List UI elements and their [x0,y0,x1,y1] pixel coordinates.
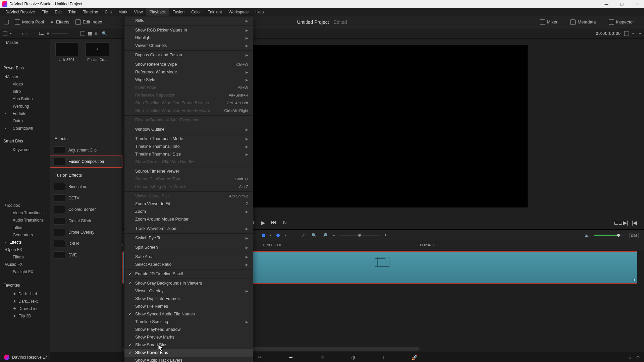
menu-item-show-file-names[interactable]: Show File Names [124,303,253,310]
effect-adjustment-clip[interactable]: Adjustment Clip [50,144,122,156]
master-bin[interactable]: Master [0,39,50,46]
favorite-item[interactable]: ★Dark...hird [0,290,50,298]
close-button[interactable]: ✕ [633,2,642,6]
menu-item-zoom-viewer-to-fit[interactable]: Zoom Viewer to FitZ [124,200,253,208]
effect-fusion-composition[interactable]: Fusion Composition [50,156,122,167]
clip-item[interactable]: black-3701... [54,42,80,129]
menu-item-show-duplicate-frames[interactable]: Show Duplicate Frames [124,295,253,303]
fairlight-node[interactable]: Fairlight FX [0,268,50,276]
mixer-button[interactable]: Mixer [540,19,558,25]
menu-item-viewer-overlay[interactable]: Viewer Overlay▶ [124,287,253,295]
menu-item-zoom-around-mouse-pointer[interactable]: Zoom Around Mouse Pointer [124,216,253,223]
bin-intro[interactable]: Intro [0,88,50,95]
home-icon[interactable]: ⌂ [629,355,631,360]
cut-page-icon[interactable]: ✂ [258,354,262,360]
menu-fairlight[interactable]: Fairlight [204,8,225,16]
menu-item-switch-eye-to[interactable]: Switch Eye To▶ [124,234,253,242]
bin-werbung[interactable]: Werbung [0,103,50,110]
menu-color[interactable]: Color [188,8,204,16]
menu-item-show-synced-audio-file-names[interactable]: Show Synced Audio File Names [124,310,253,318]
thumb-view-icon[interactable] [80,31,85,36]
settings-icon[interactable]: ⚙ [636,355,640,360]
loop-icon[interactable]: ↻ [281,220,287,226]
clip-add-icon[interactable]: +✦ [631,278,636,282]
mute-icon[interactable]: 🔈 [585,233,590,238]
chevron-down-icon[interactable]: ▾ [270,234,272,237]
go-out-icon[interactable]: |◀ [631,220,637,226]
toolbox-audio-transitions[interactable]: Audio Transitions [0,217,50,224]
effect-dve[interactable]: DVE [50,249,122,261]
menu-trim[interactable]: Trim [65,8,80,16]
bin-countdown[interactable]: Countdown [0,125,50,132]
effect-dslr[interactable]: DSLR [50,238,122,249]
menu-item-timeline-thumbnail-info[interactable]: Timeline Thumbnail Info▶ [124,143,253,150]
nav-fwd-icon[interactable]: › [26,31,27,36]
menu-item-show-smart-bins[interactable]: Show Smart Bins [124,341,253,349]
metadata-button[interactable]: Metadata [570,19,596,25]
favorite-item[interactable]: ★Flip 3D [0,312,50,320]
effect-colored-border[interactable]: Colored Border [50,204,122,215]
panel-toggle-icon[interactable] [4,20,9,24]
more-icon[interactable]: ⋯ [637,31,641,36]
maximize-button[interactable]: ▢ [617,2,627,6]
menu-clip[interactable]: Clip [101,8,115,16]
audiofx-node[interactable]: Audio FX [0,261,50,268]
toolbox-effects[interactable]: Effects [0,239,50,246]
filters-node[interactable]: Filters [0,253,50,261]
flag-color[interactable] [262,234,265,237]
bin-outro[interactable]: Outro [0,117,50,125]
menu-fusion[interactable]: Fusion [169,8,188,16]
keywords-bin[interactable]: Keywords [0,146,50,154]
menu-item-show-gray-backgrounds-in-viewers[interactable]: Show Gray Backgrounds in Viewers [124,280,253,287]
deliver-page-icon[interactable]: 🚀 [412,354,418,360]
custom-zoom-icon[interactable]: 🔎 [322,232,328,238]
zoom-to-fit-icon[interactable]: ⤢ [300,232,306,238]
minimize-button[interactable]: — [602,2,611,6]
menu-item-timeline-scrolling[interactable]: Timeline Scrolling▶ [124,318,253,326]
grid-view-icon[interactable]: ▦ [88,31,92,36]
menu-help[interactable]: Help [252,8,267,16]
zoom-minus-icon[interactable]: − [332,233,335,238]
zoom-slider[interactable] [339,235,380,236]
chevron-down-icon[interactable]: ▾ [284,234,286,237]
favorite-item[interactable]: ★Dark...Text [0,298,50,305]
menu-item-show-preview-marks[interactable]: Show Preview Marks [124,334,253,341]
marker-color[interactable] [276,234,280,237]
bin-abo-button[interactable]: Abo Button [0,95,50,103]
openfx-node[interactable]: Open FX [0,246,50,253]
menu-item-select-aspect-ratio[interactable]: Select Aspect Ratio▶ [124,261,253,268]
menu-item-timeline-thumbnail-mode[interactable]: Timeline Thumbnail Mode▶ [124,135,253,143]
menu-item-show-playhead-shadow[interactable]: Show Playhead Shadow [124,326,253,334]
edit-index-button[interactable]: Edit Index [75,19,102,25]
toolbox-generators[interactable]: Generators [0,231,50,239]
power-bins-master[interactable]: Master [0,73,50,80]
menu-item-show-audio-track-layers[interactable]: Show Audio Track Layers [124,357,253,362]
media-pool-button[interactable]: Media Pool [15,19,44,25]
list-view-icon[interactable]: ≡ [95,31,99,36]
menu-item-window-outline[interactable]: Window Outline▶ [124,126,253,133]
bin-video[interactable]: Video [0,80,50,88]
menu-item-viewer-channels[interactable]: Viewer Channels▶ [124,42,253,50]
chevron-down-icon[interactable]: ▾ [10,32,12,35]
menu-playback[interactable]: Playback [146,8,169,16]
menu-item-wipe-style[interactable]: Wipe Style▶ [124,76,253,84]
play-icon[interactable]: ▶ [260,220,266,226]
chevron-down-icon[interactable]: ▾ [632,32,634,35]
jump-end-icon[interactable]: ⏭ [271,220,277,226]
edit-page-icon[interactable]: ≣ [289,354,293,360]
menu-item-show-power-bins[interactable]: Show Power Bins [124,349,253,357]
menu-view[interactable]: View [131,8,146,16]
menu-mark[interactable]: Mark [115,8,131,16]
effects-button[interactable]: ✦ Effects [50,19,69,25]
fairlight-page-icon[interactable]: ♪ [382,354,385,360]
viewer-mode-icon[interactable] [624,31,629,36]
menu-item-reference-wipe-mode[interactable]: Reference Wipe Mode▶ [124,68,253,76]
toolbox-node[interactable]: Toolbox [0,202,50,209]
effect-drone-overlay[interactable]: Drone Overlay [50,227,122,238]
viewer-screen[interactable] [239,45,528,207]
bin-view-icon[interactable] [3,31,7,36]
menu-item-timeline-thumbnail-size[interactable]: Timeline Thumbnail Size▶ [124,150,253,158]
menu-item-source-timeline-viewer[interactable]: Source/Timeline Viewer [124,168,253,175]
volume-slider[interactable] [594,235,625,236]
effect-cctv[interactable]: CCTV [50,192,122,204]
